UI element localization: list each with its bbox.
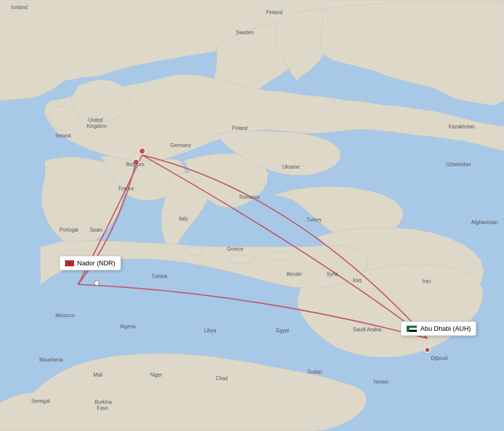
svg-point-5 — [139, 148, 145, 154]
svg-point-8 — [425, 347, 430, 352]
svg-text:Iraq: Iraq — [353, 277, 361, 283]
svg-text:Kazakhstan: Kazakhstan — [449, 124, 475, 129]
svg-text:Chad: Chad — [216, 376, 228, 381]
svg-text:Sudan: Sudan — [307, 369, 322, 375]
svg-text:Algeria: Algeria — [120, 324, 136, 329]
svg-text:Greece: Greece — [227, 246, 243, 252]
svg-text:Egypt: Egypt — [276, 328, 289, 333]
svg-text:Finland: Finland — [266, 10, 283, 15]
svg-text:Morocco: Morocco — [55, 313, 75, 318]
svg-text:Mauritania: Mauritania — [39, 357, 63, 363]
svg-text:Saudi Arabia: Saudi Arabia — [353, 327, 382, 332]
map-svg: Iceland Finland Sweden United Kingdom Ir… — [0, 0, 504, 431]
svg-text:Burkina: Burkina — [95, 399, 112, 405]
svg-text:Iceland: Iceland — [11, 5, 27, 10]
svg-text:Syria: Syria — [327, 271, 338, 277]
svg-text:Iran: Iran — [422, 278, 431, 284]
svg-text:Akrotiri: Akrotiri — [286, 271, 302, 277]
svg-text:Ireland: Ireland — [55, 133, 71, 138]
svg-text:Sweden: Sweden — [236, 30, 254, 35]
svg-point-4 — [185, 246, 203, 256]
svg-text:Tunisia: Tunisia — [151, 273, 167, 279]
svg-text:Belgium: Belgium — [126, 162, 144, 167]
svg-text:Spain: Spain — [90, 227, 103, 233]
map-container: Iceland Finland Sweden United Kingdom Ir… — [0, 0, 504, 431]
svg-text:Niger: Niger — [150, 372, 163, 378]
svg-text:Faso: Faso — [97, 405, 108, 411]
svg-text:Poland: Poland — [232, 125, 247, 131]
svg-text:Yemen: Yemen — [373, 379, 389, 385]
svg-text:Ukraine: Ukraine — [282, 164, 300, 170]
svg-text:Libya: Libya — [204, 328, 216, 333]
svg-text:Djibouti: Djibouti — [431, 355, 448, 361]
svg-text:Turkey: Turkey — [306, 217, 322, 223]
svg-text:Portugal: Portugal — [59, 227, 78, 233]
svg-text:United: United — [88, 117, 103, 123]
svg-text:France: France — [118, 186, 135, 191]
svg-text:Italy: Italy — [179, 216, 188, 222]
svg-text:Kingdom: Kingdom — [87, 123, 106, 129]
svg-text:Germany: Germany — [170, 142, 191, 148]
svg-text:Afghanistan: Afghanistan — [471, 220, 498, 225]
svg-text:Senegal: Senegal — [31, 398, 50, 404]
svg-point-7 — [94, 280, 99, 285]
svg-text:Mali: Mali — [93, 372, 102, 378]
svg-text:Romania: Romania — [239, 194, 260, 200]
svg-text:Uzbekistan: Uzbekistan — [446, 162, 471, 167]
svg-point-3 — [228, 255, 256, 264]
svg-point-2 — [269, 252, 291, 260]
